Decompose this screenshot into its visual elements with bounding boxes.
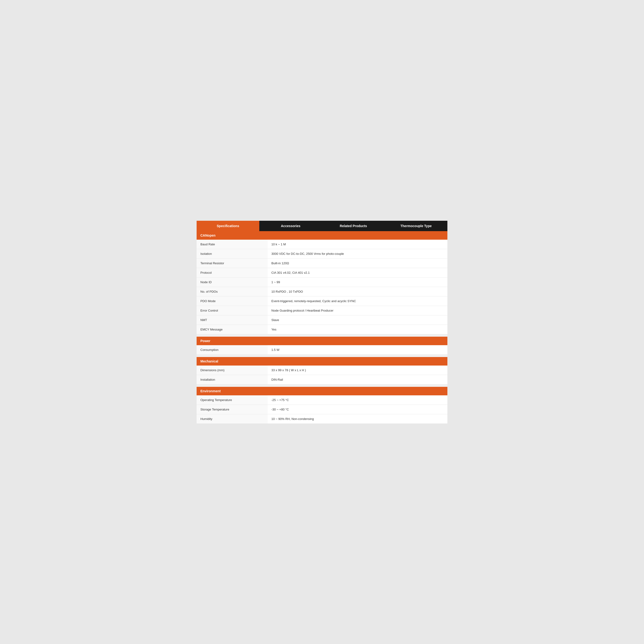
spec-row: InstallationDIN-Rail — [197, 375, 447, 384]
tab-accessories[interactable]: Accessories — [259, 221, 322, 231]
section-header-environment: Environment — [197, 387, 447, 395]
spec-row: Node ID1 ~ 99 — [197, 278, 447, 287]
spec-row: Terminal ResistorBuilt-in 120Ω — [197, 259, 447, 268]
section-header-power: Power — [197, 337, 447, 345]
spec-label: Error Control — [197, 306, 268, 315]
tab-thermocouple-type[interactable]: Thermocouple Type — [385, 221, 447, 231]
section-gap — [197, 334, 447, 337]
spec-row: Storage Temperature-30 ~ +80 °C — [197, 405, 447, 414]
spec-row: Dimensions (mm)33 x 99 x 78 ( W x L x H … — [197, 366, 447, 375]
spec-label: Protocol — [197, 268, 268, 277]
tab-related-products[interactable]: Related Products — [322, 221, 385, 231]
spec-label: No. of PDOs — [197, 287, 268, 296]
spec-value: 10 k ~ 1 M — [268, 240, 447, 249]
spec-row: ProtocolCiA 301 v4.02, CiA 401 v2.1 — [197, 268, 447, 278]
spec-label: EMCY Message — [197, 325, 268, 334]
spec-row: Operating Temperature-25 ~ +75 °C — [197, 395, 447, 405]
spec-value: 10 RxPDO , 10 TxPDO — [268, 287, 447, 296]
spec-label: PDO Mode — [197, 296, 268, 306]
spec-label: Terminal Resistor — [197, 259, 268, 268]
spec-label: Node ID — [197, 278, 268, 287]
spec-value: Yes — [268, 325, 447, 334]
spec-label: Baud Rate — [197, 240, 268, 249]
spec-row: PDO ModeEvent-triggered, remotely-reques… — [197, 296, 447, 306]
spec-row: Baud Rate10 k ~ 1 M — [197, 240, 447, 249]
spec-value: Event-triggered, remotely-requested, Cyc… — [268, 296, 447, 306]
spec-row: Humidity10 ~ 90% RH, Non-condensing — [197, 414, 447, 423]
section-header-mechanical: Mechanical — [197, 357, 447, 366]
spec-label: NMT — [197, 315, 268, 325]
spec-label: Operating Temperature — [197, 395, 268, 405]
spec-row: Consumption1.5 W — [197, 345, 447, 355]
section-gap — [197, 355, 447, 357]
spec-value: 1.5 W — [268, 345, 447, 354]
spec-value: Node Guarding protocol / Heartbeat Produ… — [268, 306, 447, 315]
spec-row: No. of PDOs10 RxPDO , 10 TxPDO — [197, 287, 447, 296]
spec-value: -30 ~ +80 °C — [268, 405, 447, 414]
spec-value: 33 x 99 x 78 ( W x L x H ) — [268, 366, 447, 375]
spec-value: CiA 301 v4.02, CiA 401 v2.1 — [268, 268, 447, 277]
spec-row: EMCY MessageYes — [197, 325, 447, 334]
section-gap — [197, 384, 447, 387]
spec-value: 3000 VDC for DC-to-DC, 2500 Vrms for pho… — [268, 249, 447, 258]
main-container: SpecificationsAccessoriesRelated Product… — [197, 221, 447, 423]
spec-value: Built-in 120Ω — [268, 259, 447, 268]
spec-label: Isolation — [197, 249, 268, 258]
spec-value: DIN-Rail — [268, 375, 447, 384]
spec-label: Storage Temperature — [197, 405, 268, 414]
spec-value: 10 ~ 90% RH, Non-condensing — [268, 414, 447, 423]
spec-row: Error ControlNode Guarding protocol / He… — [197, 306, 447, 315]
spec-label: Consumption — [197, 345, 268, 354]
spec-label: Installation — [197, 375, 268, 384]
tab-specifications[interactable]: Specifications — [197, 221, 259, 231]
spec-row: Isolation3000 VDC for DC-to-DC, 2500 Vrm… — [197, 249, 447, 259]
spec-value: Slave — [268, 315, 447, 325]
section-header-canopen: CANopen — [197, 231, 447, 240]
tab-bar: SpecificationsAccessoriesRelated Product… — [197, 221, 447, 231]
spec-value: -25 ~ +75 °C — [268, 395, 447, 405]
spec-content: CANopenBaud Rate10 k ~ 1 MIsolation3000 … — [197, 231, 447, 423]
spec-label: Dimensions (mm) — [197, 366, 268, 375]
spec-row: NMTSlave — [197, 315, 447, 325]
spec-label: Humidity — [197, 414, 268, 423]
spec-value: 1 ~ 99 — [268, 278, 447, 287]
